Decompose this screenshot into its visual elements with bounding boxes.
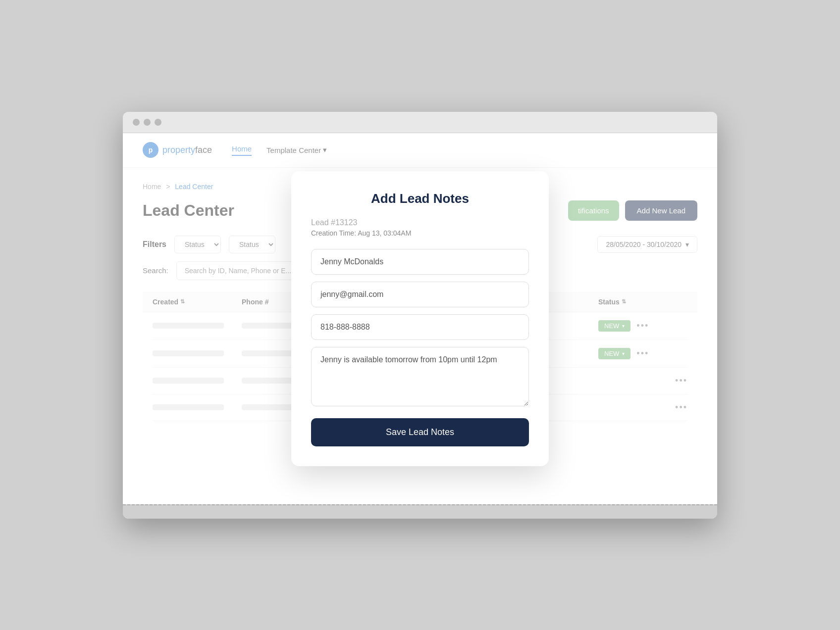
save-lead-notes-button[interactable]: Save Lead Notes [311, 418, 529, 446]
browser-dot-red [133, 119, 140, 126]
app-container: p propertyface Home Template Center ▾ Ho… [123, 133, 717, 504]
notes-textarea[interactable]: Jenny is available tomorrow from 10pm un… [311, 347, 529, 406]
phone-field[interactable] [311, 314, 529, 340]
email-field[interactable] [311, 282, 529, 307]
modal-title: Add Lead Notes [311, 191, 529, 206]
browser-dot-yellow [144, 119, 151, 126]
modal-add-lead-notes: Add Lead Notes Lead #13123 Creation Time… [291, 171, 549, 466]
bottom-border [123, 504, 717, 519]
lead-id: Lead #13123 [311, 218, 529, 227]
browser-chrome [123, 112, 717, 133]
browser-window: p propertyface Home Template Center ▾ Ho… [123, 112, 717, 519]
creation-time: Creation Time: Aug 13, 03:04AM [311, 229, 529, 237]
creation-label: Creation Time: [311, 229, 356, 237]
browser-dot-green [155, 119, 161, 126]
creation-time-value: Aug 13, 03:04AM [358, 229, 411, 237]
name-field[interactable] [311, 249, 529, 275]
modal-overlay: Add Lead Notes Lead #13123 Creation Time… [123, 133, 717, 504]
